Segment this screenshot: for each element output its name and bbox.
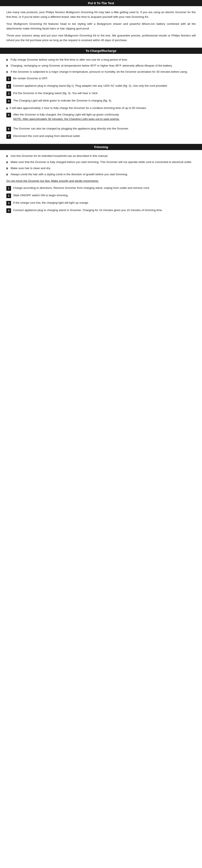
step-badge-1: 1 [6,76,11,81]
trimming-step-text-3: If the charge runs low, the charging lig… [13,201,196,205]
section-content-trimming: Use this Groomer for its intended househ… [0,152,202,218]
charge-step-1: 1 Be certain Groomer is OFF. [6,76,196,81]
charge-bullet-1: Fully charge Groomer before using for th… [6,58,196,62]
trimming-step-text-1: Charge according to directions. Remove G… [13,186,196,190]
trimming-step-2: 2 Slide ON/OFF switch ON to begin trimmi… [6,193,196,198]
section-content-charge-recharge: Fully charge Groomer before using for th… [0,56,202,144]
paragraph-2: Your Multigroom Grooming Kit features he… [6,22,196,31]
step-badge-4: 4 [6,99,11,103]
charge-step-7: 7 Disconnect the cord and unplug from el… [6,134,196,139]
charge-step-4: 4 The Charging Light will blink green to… [6,98,196,103]
trimming-step-badge-2: 2 [6,193,11,198]
step-text-4: The Charging Light will blink green to i… [13,98,196,103]
trimming-step-text-4: Connect appliance plug to charging stand… [13,208,196,213]
paragraph-3: Throw your scissors away and put your ne… [6,33,196,42]
step-badge-6: 6 [6,127,11,131]
step-5-note: NOTE: After approximately 30 minutets, t… [13,117,196,121]
trimming-step-1: 1 Charge according to directions. Remove… [6,186,196,191]
paragraph-1: Like many new products, your Philips Nor… [6,10,196,19]
section-header-charge-recharge: To Charge/Recharge [0,48,202,54]
middle-bullet-text: It will take approximately 1 hour to ful… [9,106,196,111]
charge-bullet-3: If the Groomer is subjected to a major c… [6,70,196,74]
trimming-bullet-list: Use this Groomer for its intended househ… [6,154,196,177]
charge-step-5: 5 After the Groomer is fully charged, th… [6,113,196,124]
section-put-it-to-the-test: Put It To The Test Like many new product… [0,0,202,48]
charge-step-3: 3 Put the Groomer in the charging stand … [6,91,196,96]
section-charge-recharge: To Charge/Recharge Fully charge Groomer … [0,48,202,144]
step-text-7: Disconnect the cord and unplug from elec… [13,134,196,138]
step-badge-2: 2 [6,84,11,89]
step-5-content: After the Groomer is fully charged, the … [13,113,196,124]
charge-bullet-list: Fully charge Groomer before using for th… [6,58,196,74]
section-trimming: Trimming Use this Groomer for its intend… [0,144,202,218]
step-text-6: The Groomer can also be charged by plugg… [13,126,196,131]
step-text-3: Put the Groomer in the charging stand (f… [13,91,196,96]
trimming-step-badge-4: 4 [6,208,11,213]
trimming-bullet-3: Make sure hair is clean and dry. [6,166,196,170]
trimming-step-badge-3: 3 [6,201,11,206]
step-text-2: Connect appliance plug to charging stand… [13,84,196,88]
page-container: Put It To The Test Like many new product… [0,0,202,218]
section-content-put-it-to-the-test: Like many new products, your Philips Nor… [0,8,202,48]
charge-step-2: 2 Connect appliance plug to charging sta… [6,84,196,89]
trimming-step-4: 4 Connect appliance plug to charging sta… [6,208,196,213]
step-badge-7: 7 [6,134,11,139]
trimming-bullet-1: Use this Groomer for its intended househ… [6,154,196,158]
charge-step-6: 6 The Groomer can also be charged by plu… [6,126,196,131]
section-header-trimming: Trimming [0,144,202,150]
step-badge-3: 3 [6,91,11,96]
bullet-symbol: ◗ [6,106,8,111]
trimming-bullet-4: Always comb the hair with a styling comb… [6,172,196,177]
charge-bullet-2: Charging, recharging or using Groomer at… [6,64,196,68]
trimming-step-3: 3 If the charge runs low, the charging l… [6,201,196,206]
trimming-step-text-2: Slide ON/OFF switch ON to begin trimming… [13,193,196,198]
trimming-bullet-2: Make sure that the Groomer is fully char… [6,160,196,164]
charge-middle-bullet: ◗ It will take approximately 1 hour to f… [6,106,196,111]
section-header-put-it-to-the-test: Put It To The Test [0,0,202,6]
step-text-1: Be certain Groomer is OFF. [13,76,196,81]
step-text-5: After the Groomer is fully charged, the … [13,113,120,116]
step-badge-5: 5 [6,113,11,117]
trimming-step-badge-1: 1 [6,186,11,191]
do-not-note: Do not move the Groomer too fast. Make s… [6,179,196,183]
